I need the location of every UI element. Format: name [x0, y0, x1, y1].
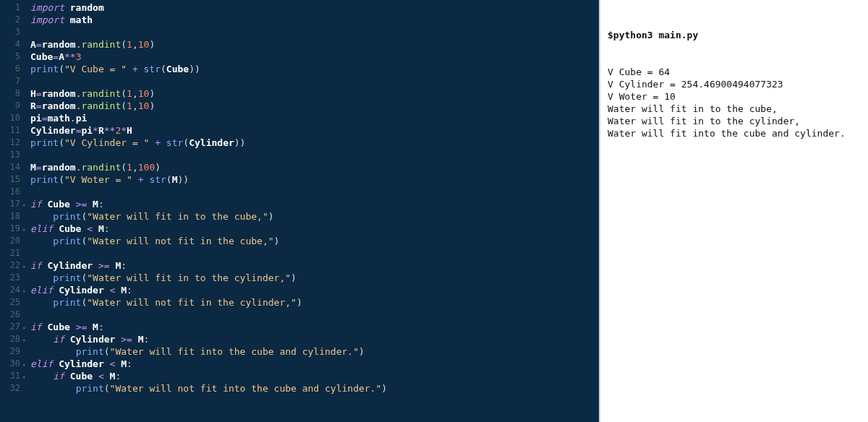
line-number: 27▾: [0, 321, 20, 333]
code-line[interactable]: print("Water will fit in to the cube,"): [30, 210, 599, 223]
code-line[interactable]: [30, 309, 599, 321]
code-line[interactable]: print("V Cylinder = " + str(Cylinder)): [30, 137, 599, 149]
code-line[interactable]: print("Water will fit in to the cylinder…: [30, 272, 599, 284]
code-line[interactable]: Cube=A**3: [30, 51, 599, 63]
code-line[interactable]: elif Cylinder < M:: [30, 284, 599, 296]
fold-toggle-icon[interactable]: ▾: [22, 322, 26, 335]
line-number: 14: [0, 161, 20, 173]
fold-toggle-icon[interactable]: ▾: [22, 285, 26, 298]
line-number: 16: [0, 186, 20, 198]
line-number: 13: [0, 149, 20, 161]
code-line[interactable]: if Cylinder >= M:: [30, 259, 599, 272]
line-number: 1: [0, 1, 20, 14]
code-line[interactable]: H=random.randint(1,10): [30, 87, 599, 100]
line-number: 20: [0, 235, 20, 247]
terminal-line: V Woter = 10: [608, 90, 861, 103]
line-number: 11: [0, 124, 20, 137]
line-number: 26: [0, 309, 20, 321]
code-line[interactable]: import math: [30, 14, 599, 26]
terminal-line: V Cube = 64: [608, 66, 861, 78]
code-line[interactable]: elif Cylinder < M:: [30, 358, 599, 370]
line-number: 4: [0, 38, 20, 51]
line-number: 19▾: [0, 223, 20, 235]
fold-toggle-icon[interactable]: ▾: [22, 335, 26, 347]
code-line[interactable]: print("Water will not fit into the cube …: [30, 382, 599, 395]
code-line[interactable]: if Cube >= M:: [30, 198, 599, 210]
code-line[interactable]: [30, 26, 599, 38]
fold-toggle-icon[interactable]: ▾: [22, 199, 26, 212]
code-line[interactable]: print("Water will not fit in the cylinde…: [30, 296, 599, 309]
line-number: 25: [0, 296, 20, 309]
line-number: 31▾: [0, 370, 20, 382]
code-line[interactable]: pi=math.pi: [30, 112, 599, 124]
code-line[interactable]: [30, 75, 599, 87]
code-line[interactable]: print("V Woter = " + str(M)): [30, 173, 599, 186]
line-number: 9: [0, 100, 20, 112]
line-number: 3: [0, 26, 20, 38]
code-line[interactable]: [30, 247, 599, 259]
line-number: 10: [0, 112, 20, 124]
code-area[interactable]: import randomimport mathA=random.randint…: [27, 1, 599, 422]
code-line[interactable]: [30, 186, 599, 198]
line-number: 30▾: [0, 358, 20, 370]
line-number: 7: [0, 75, 20, 87]
fold-toggle-icon[interactable]: ▾: [22, 224, 26, 236]
line-number: 17▾: [0, 198, 20, 210]
line-number: 29: [0, 345, 20, 358]
terminal-line: Water will fit into the cube and cylinde…: [608, 127, 861, 139]
code-line[interactable]: print("Water will not fit in the cube,"): [30, 235, 599, 247]
terminal-line: Water will fit in to the cylinder,: [608, 115, 861, 127]
line-number: 15: [0, 173, 20, 186]
line-number: 8: [0, 87, 20, 100]
line-number: 5: [0, 51, 20, 63]
line-number-gutter: 1234567891011121314151617▾1819▾202122▾23…: [0, 1, 27, 422]
line-number: 21: [0, 247, 20, 259]
line-number: 22▾: [0, 259, 20, 272]
line-number: 24▾: [0, 284, 20, 296]
code-line[interactable]: elif Cube < M:: [30, 223, 599, 235]
code-line[interactable]: print("Water will fit into the cube and …: [30, 345, 599, 358]
terminal-line: Water will fit in to the cube,: [608, 103, 861, 115]
line-number: 28▾: [0, 333, 20, 345]
fold-toggle-icon[interactable]: ▾: [22, 261, 26, 273]
code-line[interactable]: R=random.randint(1,10): [30, 100, 599, 112]
fold-toggle-icon[interactable]: ▾: [22, 371, 26, 384]
code-line[interactable]: if Cube >= M:: [30, 321, 599, 333]
code-editor[interactable]: 1234567891011121314151617▾1819▾202122▾23…: [0, 0, 599, 422]
code-line[interactable]: Cylinder=pi*R**2*H: [30, 124, 599, 137]
terminal-panel[interactable]: $python3 main.py V Cube = 64V Cylinder =…: [599, 0, 868, 422]
code-line[interactable]: [30, 149, 599, 161]
line-number: 2: [0, 14, 20, 26]
terminal-line: V Cylinder = 254.46900494077323: [608, 78, 861, 90]
line-number: 23: [0, 272, 20, 284]
line-number: 18: [0, 210, 20, 223]
fold-toggle-icon[interactable]: ▾: [22, 359, 26, 371]
terminal-command: $python3 main.py: [608, 29, 861, 41]
line-number: 6: [0, 63, 20, 75]
terminal-output: V Cube = 64V Cylinder = 254.469004940773…: [608, 66, 861, 139]
code-line[interactable]: A=random.randint(1,10): [30, 38, 599, 51]
code-line[interactable]: if Cylinder >= M:: [30, 333, 599, 345]
line-number: 12: [0, 137, 20, 149]
code-line[interactable]: import random: [30, 1, 599, 14]
code-line[interactable]: print("V Cube = " + str(Cube)): [30, 63, 599, 75]
code-line[interactable]: M=random.randint(1,100): [30, 161, 599, 173]
line-number: 32: [0, 382, 20, 395]
code-line[interactable]: if Cube < M:: [30, 370, 599, 382]
